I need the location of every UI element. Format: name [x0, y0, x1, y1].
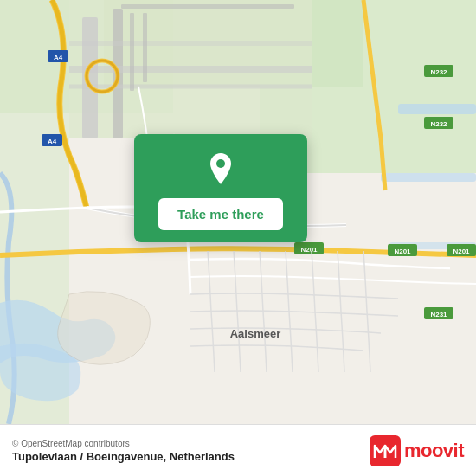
popup-card: Take me there	[134, 134, 307, 242]
svg-rect-11	[398, 104, 476, 114]
svg-point-37	[216, 159, 225, 168]
svg-text:N201: N201	[453, 248, 470, 255]
svg-text:N232: N232	[430, 68, 447, 76]
svg-text:A4: A4	[54, 54, 63, 61]
location-pin-icon	[202, 150, 240, 188]
svg-text:A4: A4	[48, 138, 57, 145]
take-me-there-button[interactable]: Take me there	[158, 198, 283, 230]
svg-text:N231: N231	[430, 311, 447, 318]
svg-rect-32	[130, 13, 134, 91]
moovit-logo: moovit	[370, 435, 464, 466]
svg-text:N201: N201	[394, 248, 411, 255]
svg-text:N232: N232	[430, 120, 447, 128]
map-area[interactable]: A4 A4 N232 N232 N201 N201 N201 N231	[0, 0, 476, 424]
moovit-label: moovit	[404, 440, 464, 462]
location-text: Tupolevlaan / Boeingavenue, Netherlands	[12, 450, 235, 463]
moovit-logo-icon	[370, 435, 401, 466]
bottom-left: © OpenStreetMap contributors Tupolevlaan…	[12, 439, 235, 463]
svg-text:N201: N201	[300, 246, 318, 254]
svg-rect-33	[143, 13, 147, 82]
svg-rect-12	[381, 173, 476, 182]
svg-text:Aalsmeer: Aalsmeer	[230, 327, 281, 340]
copyright-text: © OpenStreetMap contributors	[12, 439, 235, 448]
bottom-bar: © OpenStreetMap contributors Tupolevlaan…	[0, 424, 476, 476]
svg-rect-31	[121, 4, 294, 9]
